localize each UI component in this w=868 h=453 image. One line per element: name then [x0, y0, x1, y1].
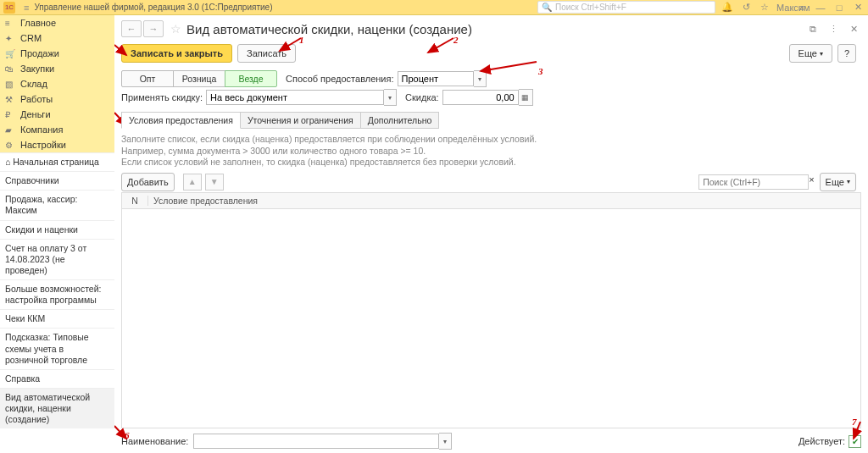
nav-settings[interactable]: ⚙Настройки: [0, 137, 114, 152]
annotation-6: 6: [125, 430, 130, 440]
nav-sales[interactable]: 🛒Продажи: [0, 46, 114, 61]
bag-icon: 🛍: [5, 64, 15, 74]
active-checkbox[interactable]: ✔: [849, 435, 861, 448]
maximize-icon[interactable]: □: [832, 3, 846, 13]
titlebar: 1C ≡ Управление нашей фирмой, редакция 3…: [0, 0, 868, 15]
box-icon: ▧: [5, 80, 15, 89]
link-discount-form[interactable]: Вид автоматической скидки, наценки (созд…: [0, 388, 114, 428]
nav-money[interactable]: ₽Деньги: [0, 107, 114, 122]
link-hint-retail[interactable]: Подсказка: Типовые схемы учета в розничн…: [0, 328, 114, 368]
nav-forward-button[interactable]: →: [143, 20, 164, 37]
calculator-icon[interactable]: ▦: [519, 89, 533, 106]
close-form-icon[interactable]: ✕: [846, 21, 861, 36]
menu-icon[interactable]: ≡: [795, 3, 809, 13]
favorite-icon[interactable]: ☆: [170, 22, 181, 36]
nav-works[interactable]: ⚒Работы: [0, 91, 114, 107]
save-close-button[interactable]: Записать и закрыть: [121, 44, 232, 63]
segment-retail[interactable]: Розница: [173, 70, 225, 87]
tab-additional[interactable]: Дополнительно: [360, 112, 440, 129]
detach-icon[interactable]: ⧉: [805, 21, 821, 36]
crm-icon: ✦: [5, 34, 15, 43]
tab-conditions[interactable]: Условия предоставления: [121, 112, 241, 129]
home-icon: ≡: [5, 19, 15, 28]
name-label: Наименование:: [121, 436, 188, 446]
minimize-icon[interactable]: —: [814, 3, 827, 13]
add-button[interactable]: Добавить: [121, 173, 175, 191]
link-start-page[interactable]: ⌂ Начальная страница: [0, 152, 114, 171]
nav-purchase[interactable]: 🛍Закупки: [0, 61, 114, 76]
link-kkm[interactable]: Чеки ККМ: [0, 309, 114, 328]
form-title: Вид автоматической скидки, наценки (созд…: [186, 22, 472, 36]
kebab-icon[interactable]: ⋮: [826, 21, 841, 36]
discount-label: Скидка:: [405, 92, 439, 102]
apply-combo[interactable]: ▾: [206, 89, 397, 106]
apply-input[interactable]: [206, 90, 384, 105]
cart-icon: 🛒: [5, 49, 15, 58]
apply-label: Применять скидку:: [121, 92, 203, 102]
main-area: ← → ☆ Вид автоматической скидки, наценки…: [114, 15, 868, 453]
link-invoice[interactable]: Счет на оплату 3 от 14.08.2023 (не прове…: [0, 239, 114, 279]
link-more-features[interactable]: Больше возможностей: настройка программы: [0, 279, 114, 309]
grid-more-button[interactable]: Еще ▾: [820, 173, 856, 191]
conditions-grid[interactable]: N Условие предоставления: [121, 192, 861, 428]
more-button[interactable]: Еще ▾: [789, 44, 832, 63]
flag-icon: ▰: [5, 125, 15, 135]
app-logo: 1C: [3, 2, 15, 14]
name-input[interactable]: [193, 434, 439, 449]
nav-back-button[interactable]: ←: [121, 20, 142, 37]
segment-opt[interactable]: Опт: [121, 70, 174, 87]
method-dropdown-icon[interactable]: ▾: [474, 70, 487, 87]
col-condition: Условие предоставления: [148, 196, 860, 206]
link-discounts[interactable]: Скидки и наценки: [0, 220, 114, 239]
method-input[interactable]: [398, 71, 474, 86]
link-refs[interactable]: Справочники: [0, 171, 114, 190]
tools-icon: ⚒: [5, 95, 15, 104]
bell-icon[interactable]: 🔔: [721, 2, 734, 13]
close-icon[interactable]: ✕: [851, 2, 865, 13]
user-label[interactable]: Максим: [776, 3, 790, 13]
star-icon[interactable]: ☆: [758, 2, 771, 13]
global-search[interactable]: 🔍 Поиск Ctrl+Shift+F: [537, 1, 715, 14]
history-icon[interactable]: ↺: [739, 2, 753, 13]
col-n: N: [122, 196, 148, 206]
nav-main[interactable]: ≡Главное: [0, 15, 114, 30]
nav-crm[interactable]: ✦CRM: [0, 30, 114, 46]
segment-all[interactable]: Везде: [225, 70, 277, 87]
annotation-2: 2: [453, 35, 459, 45]
active-label: Действует:: [798, 436, 845, 446]
save-button[interactable]: Записать: [237, 44, 296, 63]
grid-search-more-icon[interactable]: ×: [809, 174, 814, 190]
method-label: Способ предоставления:: [286, 74, 394, 84]
hamburger-icon[interactable]: ≡: [24, 3, 29, 13]
annotation-1: 1: [299, 35, 304, 45]
scope-segment: Опт Розница Везде: [121, 70, 277, 87]
nav-stock[interactable]: ▧Склад: [0, 76, 114, 91]
annotation-3: 3: [538, 66, 543, 76]
link-help[interactable]: Справка: [0, 369, 114, 388]
method-combo[interactable]: ▾: [398, 70, 487, 87]
search-placeholder: Поиск Ctrl+Shift+F: [555, 3, 626, 12]
hint-text: Заполните список, если скидка (наценка) …: [121, 134, 861, 168]
name-combo[interactable]: ▾: [193, 433, 452, 450]
help-button[interactable]: ?: [837, 44, 856, 63]
money-icon: ₽: [5, 110, 15, 119]
sidebar: ≡Главное ✦CRM 🛒Продажи 🛍Закупки ▧Склад ⚒…: [0, 15, 114, 453]
nav-company[interactable]: ▰Компания: [0, 122, 114, 137]
tab-refinements[interactable]: Уточнения и ограничения: [240, 112, 361, 129]
grid-header: N Условие предоставления: [122, 193, 860, 209]
gear-icon: ⚙: [5, 141, 15, 150]
apply-dropdown-icon[interactable]: ▾: [384, 89, 397, 106]
link-sale-cashier[interactable]: Продажа, кассир: Максим: [0, 190, 114, 219]
annotation-7: 7: [852, 417, 857, 427]
move-up-button[interactable]: ▲: [183, 174, 202, 191]
grid-search-input[interactable]: [698, 174, 809, 190]
move-down-button[interactable]: ▼: [205, 174, 224, 191]
discount-input[interactable]: [442, 90, 519, 105]
name-dropdown-icon[interactable]: ▾: [439, 433, 452, 450]
app-title: Управление нашей фирмой, редакция 3.0 (1…: [34, 3, 272, 12]
